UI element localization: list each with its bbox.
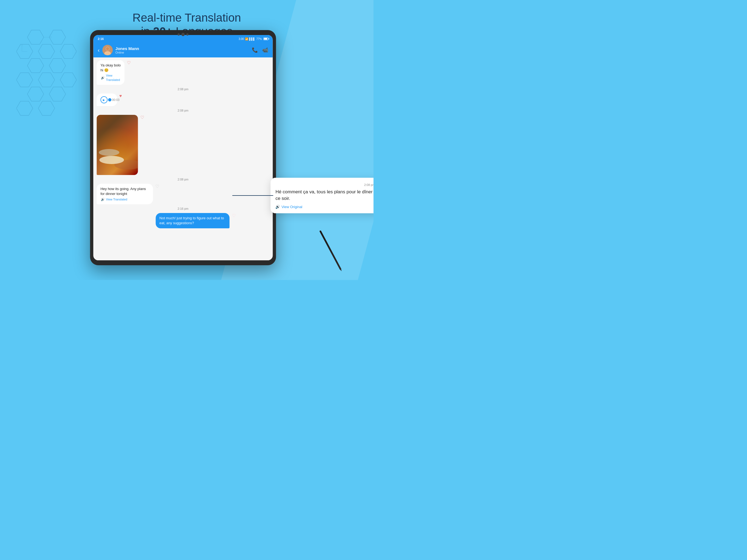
translated-bubble: 2:08 pm Hé comment ça va, tous les plans… [271,178,374,213]
battery-percent: 77% [256,37,262,41]
svg-marker-5 [27,58,44,73]
camera-dot2 [186,33,188,35]
svg-marker-8 [38,73,55,87]
svg-marker-13 [38,101,55,116]
image-bubble: ⬇ [97,115,138,175]
msg-with-heart-2: ⬇ ♡ [97,115,165,175]
audio-bubble: ▶ 00:03 [97,94,117,106]
svg-marker-6 [49,58,66,73]
translated-text: Hé comment ça va, tous les plans pour le… [275,189,374,202]
heart-icon-1[interactable]: ♥ [119,94,122,98]
back-button[interactable]: ‹ [98,47,100,53]
status-time: 2:16 [98,37,104,41]
timestamp-3: 2:08 pm [97,178,269,181]
hex-background-pattern [17,27,77,165]
svg-marker-3 [38,44,55,58]
heart-icon-3[interactable]: ♡ [155,184,159,189]
message-bubble-0: Ya okay bolo hi 😊 🔊 View Translated [97,60,124,85]
camera-dot [177,33,180,35]
svg-marker-7 [17,73,33,87]
battery-icon [263,37,268,40]
status-wifi: 📶 [245,37,248,41]
heart-icon-4[interactable]: ♡ [232,213,236,218]
svg-marker-12 [17,101,33,116]
tablet-frame: 2:16 3.00 📶 ▌▌▌ 77% ‹ [90,30,276,265]
audio-duration: 00:03 [112,98,120,101]
bubble-connector [232,195,273,196]
chat-body: Ya okay bolo hi 😊 🔊 View Translated ♡ 2:… [93,57,273,260]
floating-bubble-time: 2:08 pm [275,183,374,186]
chat-header: ‹ Jones Mann Online [93,43,273,57]
title-line1: Real-time Translation [105,11,269,25]
contact-status: Online [115,51,249,54]
svg-marker-11 [49,87,66,101]
battery-fill [264,38,267,40]
contact-avatar [102,45,113,55]
call-button[interactable]: 📞 [252,47,258,53]
waveform-dot [108,98,111,101]
msg-with-heart-1: ▶ 00:03 ♥ [97,94,128,106]
message-row-1: ▶ 00:03 ♥ [97,94,269,106]
status-right: 3.00 📶 ▌▌▌ 77% [239,37,268,41]
svg-marker-0 [27,30,44,44]
msg-with-heart-0: Ya okay bolo hi 😊 🔊 View Translated ♡ [97,60,140,85]
camera-notch [177,33,188,36]
timestamp-4: 2:16 pm [97,207,269,210]
play-button[interactable]: ▶ [100,96,107,103]
contact-name: Jones Mann [115,46,249,51]
translate-label-3: View Translated [106,198,127,202]
message-row-4: Not much! just trying to figure out what… [97,213,269,228]
message-row-0: Ya okay bolo hi 😊 🔊 View Translated ♡ [97,60,269,85]
msg-with-heart-4: Not much! just trying to figure out what… [156,213,269,228]
svg-point-15 [50,36,51,38]
speaker-icon-3: 🔊 [101,198,105,202]
heart-icon-2[interactable]: ♡ [140,115,144,120]
view-translated-3[interactable]: 🔊 View Translated [100,198,149,202]
camera-lens [181,33,185,36]
device-screen: 2:16 3.00 📶 ▌▌▌ 77% ‹ [93,35,273,260]
speaker-icon-floating: 🔊 [275,205,280,209]
view-original-label: View Original [281,205,302,209]
status-bar: 2:16 3.00 📶 ▌▌▌ 77% [93,35,273,43]
video-button[interactable]: 📹 [262,47,268,53]
translate-label-0: View Translated [106,74,121,82]
view-original-link[interactable]: 🔊 View Original [275,205,374,209]
svg-marker-9 [60,73,77,87]
message-bubble-3: Hey how its going. Any plans for dinner … [97,184,153,204]
timestamp-1: 2:08 pm [97,87,269,91]
svg-marker-4 [60,44,77,58]
svg-marker-10 [27,87,44,101]
food-image: ⬇ [97,115,138,175]
heart-icon-0[interactable]: ♡ [127,60,131,65]
message-row-2: ⬇ ♡ [97,115,269,175]
status-signal: ▌▌▌ [249,37,255,41]
message-bubble-4: Not much! just trying to figure out what… [156,213,230,228]
contact-info: Jones Mann Online [115,46,249,54]
message-text-3: Hey how its going. Any plans for dinner … [100,187,146,196]
speaker-icon-0: 🔊 [101,76,105,80]
message-row-3: Hey how its going. Any plans for dinner … [97,184,269,204]
status-data: 3.00 [239,37,244,41]
tablet-device: 2:16 3.00 📶 ▌▌▌ 77% ‹ [90,30,276,265]
message-text-0: Ya okay bolo hi 😊 [100,63,121,72]
view-translated-0[interactable]: 🔊 View Translated [100,74,121,82]
floating-bubble-wrapper: 2:08 pm Hé comment ça va, tous les plans… [271,178,374,213]
timestamp-2: 2:08 pm [97,109,269,112]
avatar-image [102,45,113,55]
header-actions: 📞 📹 [252,47,268,53]
svg-marker-1 [49,30,66,44]
svg-point-22 [106,47,109,50]
msg-with-heart-3: Hey how its going. Any plans for dinner … [97,184,183,204]
svg-point-18 [21,45,23,46]
